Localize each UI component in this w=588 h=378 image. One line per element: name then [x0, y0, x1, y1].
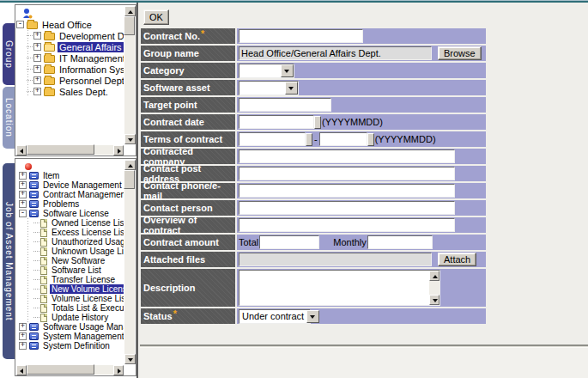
expander-collapsed-icon[interactable] [33, 43, 41, 51]
category-select[interactable] [239, 64, 294, 78]
scrollbar-track[interactable] [429, 281, 439, 295]
tree-item-system-definition[interactable]: System Definition [41, 341, 112, 351]
tree-item-totals-list-execution[interactable]: Totals List & Execution [50, 303, 124, 313]
tree-item-unauthorized-usage-list[interactable]: Unauthorized Usage L [50, 237, 124, 247]
contact-phone-email-input[interactable] [239, 184, 455, 198]
contracted-company-input[interactable] [239, 149, 455, 163]
tree-item-sales-dept[interactable]: Sales Dept. [58, 87, 110, 97]
expander-collapsed-icon[interactable] [33, 32, 41, 40]
tree-item-head-office[interactable]: Head Office [40, 20, 94, 30]
group-tree-horizontal-scrollbar[interactable] [16, 144, 124, 155]
tree-item-software-list[interactable]: Software List [50, 265, 103, 275]
form-row-contract-amount: Contract amount Total Monthly [141, 235, 486, 250]
scrollbar-track[interactable] [124, 16, 135, 134]
expander-collapsed-icon[interactable] [19, 200, 27, 208]
total-amount-input[interactable] [259, 235, 319, 249]
scrollbar-thumb[interactable] [27, 364, 94, 375]
expander-collapsed-icon[interactable] [19, 172, 27, 180]
tree-item-software-usage-management[interactable]: Software Usage Managem [41, 322, 124, 332]
chevron-down-icon[interactable] [306, 310, 319, 323]
contact-person-label: Contact person [141, 200, 235, 216]
tree-item-item[interactable]: Item [41, 171, 61, 180]
tree-item-new-volume-license[interactable]: New Volume License [50, 284, 124, 294]
scrollbar-thumb[interactable] [124, 16, 135, 35]
tree-item-information-system-dept[interactable]: Information System De [58, 64, 124, 75]
scroll-left-icon[interactable] [16, 365, 27, 375]
tree-item-development-dept[interactable]: Development Dept. [58, 31, 124, 41]
software-asset-select[interactable] [239, 81, 299, 95]
expander-collapsed-icon[interactable] [33, 88, 41, 95]
document-icon [40, 257, 47, 265]
tree-item-contract-management[interactable]: Contract Management [41, 190, 124, 199]
scrollbar-thumb[interactable] [27, 144, 94, 155]
expander-collapsed-icon[interactable] [33, 65, 41, 73]
expander-collapsed-icon[interactable] [19, 323, 27, 331]
terms-end-date-input[interactable] [319, 132, 367, 146]
attach-button[interactable]: Attach [438, 253, 476, 266]
folder-icon [44, 55, 55, 63]
tree-item-device-management[interactable]: Device Management [41, 180, 124, 190]
contract-date-label: Contract date [141, 114, 235, 130]
scrollbar-track[interactable] [27, 365, 113, 375]
tree-item-it-management-dept[interactable]: IT Management Dept. [58, 53, 124, 64]
tree-item-update-history[interactable]: Update History [50, 313, 110, 322]
ok-button[interactable]: OK [143, 9, 169, 25]
job-tree-vertical-scrollbar[interactable] [124, 160, 135, 364]
tab-group[interactable]: Group [3, 23, 15, 85]
scroll-down-icon[interactable] [124, 354, 136, 364]
scrollbar-track[interactable] [124, 170, 135, 354]
tab-location[interactable]: Location [3, 87, 15, 149]
expander-collapsed-icon[interactable] [33, 54, 41, 62]
required-marker: * [173, 308, 177, 319]
scroll-right-icon[interactable] [113, 365, 124, 375]
scroll-down-icon[interactable] [124, 134, 136, 144]
terms-start-date-input[interactable] [239, 132, 306, 146]
scroll-right-icon[interactable] [113, 145, 124, 155]
contract-date-input[interactable] [239, 115, 314, 129]
scroll-down-icon[interactable] [429, 295, 439, 305]
job-tree-horizontal-scrollbar[interactable] [16, 364, 124, 375]
group-tree-vertical-scrollbar[interactable] [124, 6, 135, 144]
scroll-left-icon[interactable] [16, 145, 27, 155]
tree-item-personnel-dept[interactable]: Personnel Dept. [58, 76, 124, 86]
scroll-up-icon[interactable] [429, 271, 439, 281]
browse-button[interactable]: Browse [438, 46, 482, 60]
expander-collapsed-icon[interactable] [19, 181, 27, 189]
tree-item-unknown-usage-list[interactable]: Unknown Usage List [50, 247, 124, 256]
tab-job-of-asset-management[interactable]: Job of Asset Management [3, 163, 15, 359]
status-select[interactable]: Under contract [239, 309, 311, 324]
contract-no-input[interactable] [239, 29, 363, 43]
tree-item-volume-license-list[interactable]: Volume License List [50, 294, 124, 303]
expander-collapsed-icon[interactable] [19, 191, 27, 198]
tree-item-transfer-license[interactable]: Transfer License [50, 275, 117, 284]
scroll-up-icon[interactable] [124, 6, 136, 16]
expander-expanded-icon[interactable] [16, 21, 24, 28]
chevron-down-icon[interactable] [281, 64, 294, 77]
tree-item-software-license[interactable]: Software License [41, 209, 111, 218]
chevron-down-icon[interactable] [285, 82, 298, 94]
monthly-amount-input[interactable] [367, 235, 433, 249]
tree-item-problems[interactable]: Problems [41, 199, 81, 209]
date-picker-button[interactable] [306, 133, 312, 146]
scrollbar-thumb[interactable] [124, 170, 135, 189]
overview-of-contract-input[interactable] [239, 218, 455, 232]
tree-item-new-software[interactable]: New Software [50, 256, 106, 265]
target-point-input[interactable] [239, 98, 331, 112]
tree-item-excess-license-list[interactable]: Excess License List [50, 228, 124, 237]
tree-item-owned-license-list[interactable]: Owned License List [50, 218, 124, 228]
contact-person-input[interactable] [239, 201, 455, 215]
textarea-scrollbar[interactable] [429, 271, 439, 305]
expander-collapsed-icon[interactable] [19, 342, 27, 350]
tree-item-general-affairs-dept[interactable]: General Affairs Dept. [58, 42, 124, 52]
expander-collapsed-icon[interactable] [33, 76, 41, 84]
date-picker-button[interactable] [314, 116, 321, 129]
description-textarea[interactable] [239, 270, 440, 306]
expander-expanded-icon[interactable] [19, 210, 27, 217]
scrollbar-track[interactable] [27, 145, 113, 155]
scroll-up-icon[interactable] [124, 160, 136, 170]
tree-item-system-management[interactable]: System Management [41, 332, 124, 341]
contact-post-address-input[interactable] [239, 167, 455, 180]
date-picker-button[interactable] [367, 133, 374, 146]
expander-collapsed-icon[interactable] [19, 332, 27, 340]
label-text: Status [143, 311, 173, 321]
